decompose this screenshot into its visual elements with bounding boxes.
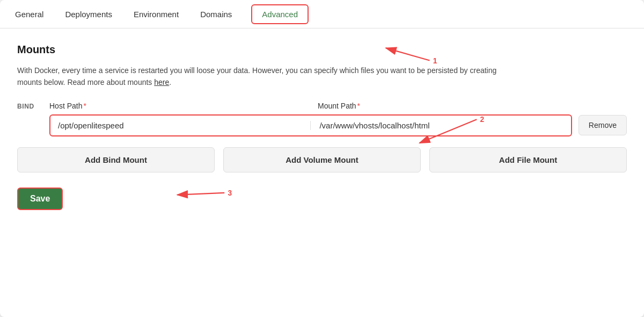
save-button[interactable]: Save bbox=[17, 188, 63, 210]
mount-required-marker: * bbox=[357, 102, 360, 110]
bind-label: BIND bbox=[17, 102, 43, 110]
tab-environment[interactable]: Environment bbox=[131, 0, 181, 28]
mount-row: Remove bbox=[17, 114, 627, 136]
tab-general[interactable]: General bbox=[13, 0, 46, 28]
svg-line-5 bbox=[177, 193, 224, 195]
tab-domains[interactable]: Domains bbox=[198, 0, 234, 28]
host-path-input[interactable] bbox=[58, 121, 302, 130]
host-required-marker: * bbox=[83, 102, 86, 110]
input-divider bbox=[310, 121, 311, 130]
svg-text:3: 3 bbox=[228, 189, 232, 197]
mount-path-label: Mount Path* bbox=[318, 102, 577, 110]
host-path-label: Host Path* bbox=[49, 102, 309, 110]
tab-advanced[interactable]: Advanced bbox=[251, 4, 309, 24]
add-file-mount-button[interactable]: Add File Mount bbox=[429, 147, 627, 172]
field-headers: BIND Host Path* Mount Path* bbox=[17, 102, 627, 110]
remove-button[interactable]: Remove bbox=[579, 115, 627, 135]
add-volume-mount-button[interactable]: Add Volume Mount bbox=[223, 147, 421, 172]
column-labels: Host Path* Mount Path* bbox=[49, 102, 577, 110]
tab-bar: General Deployments Environment Domains … bbox=[0, 0, 644, 28]
svg-text:1: 1 bbox=[433, 57, 437, 65]
mount-inputs-container bbox=[49, 114, 572, 136]
section-description: With Docker, every time a service is res… bbox=[17, 64, 500, 89]
here-link[interactable]: here bbox=[154, 78, 169, 87]
tab-deployments[interactable]: Deployments bbox=[63, 0, 114, 28]
content-area: Mounts With Docker, every time a service… bbox=[0, 28, 644, 227]
action-buttons: Add Bind Mount Add Volume Mount Add File… bbox=[17, 147, 627, 172]
mount-path-input[interactable] bbox=[319, 121, 563, 130]
section-title: Mounts bbox=[17, 44, 627, 56]
add-bind-mount-button[interactable]: Add Bind Mount bbox=[17, 147, 215, 172]
